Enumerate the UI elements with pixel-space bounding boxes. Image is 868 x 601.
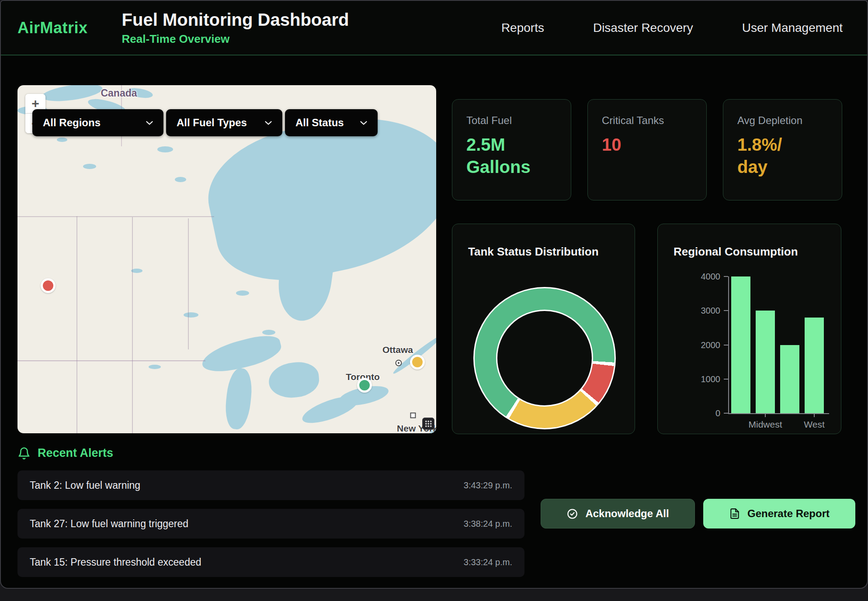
tank-status-donut-chart[interactable] xyxy=(473,287,616,429)
bar[interactable] xyxy=(756,311,775,413)
water-shape xyxy=(57,138,67,142)
nav-item-reports[interactable]: Reports xyxy=(501,21,544,35)
y-axis-tick-label: 1000 xyxy=(681,374,720,384)
drag-dots-icon xyxy=(425,420,432,427)
alerts-header: Recent Alerts xyxy=(17,446,524,460)
fuel-type-filter-value: All Fuel Types xyxy=(177,117,247,129)
acknowledge-all-button[interactable]: Acknowledge All xyxy=(541,499,695,528)
bar[interactable] xyxy=(780,345,799,414)
region-filter-dropdown[interactable]: All Regions xyxy=(32,109,163,136)
tank-marker-normal[interactable] xyxy=(357,378,372,393)
stat-card: Critical Tanks10 xyxy=(587,99,707,200)
bar[interactable] xyxy=(731,276,750,413)
alerts-title: Recent Alerts xyxy=(38,446,113,460)
y-axis-tick-label: 0 xyxy=(681,408,720,418)
border-line xyxy=(17,216,214,217)
ottawa-city-dot-icon xyxy=(396,360,402,366)
border-line xyxy=(17,360,205,361)
generate-report-label: Generate Report xyxy=(747,508,830,520)
stat-card: Avg Depletion1.8%/day xyxy=(723,99,842,200)
stat-card: Total Fuel2.5MGallons xyxy=(452,99,571,200)
water-lake-huron xyxy=(267,360,321,400)
chart-title: Tank Status Distribution xyxy=(468,245,599,259)
stat-value: 2.5MGallons xyxy=(466,134,557,178)
page-subtitle: Real-Time Overview xyxy=(122,32,349,46)
fuel-type-filter-dropdown[interactable]: All Fuel Types xyxy=(166,109,282,136)
map-filters: All Regions All Fuel Types All Status xyxy=(32,109,378,136)
stat-value-line: Gallons xyxy=(466,156,557,178)
chevron-down-icon xyxy=(146,121,153,125)
tank-marker-warning[interactable] xyxy=(410,355,425,370)
alert-timestamp: 3:38:24 p.m. xyxy=(464,519,512,529)
generate-report-button[interactable]: Generate Report xyxy=(703,499,855,528)
y-axis-tick-label: 2000 xyxy=(681,340,720,350)
bell-icon xyxy=(17,447,31,460)
header: AirMatrix Fuel Monitoring Dashboard Real… xyxy=(1,1,867,55)
water-shape xyxy=(184,312,198,318)
water-shape xyxy=(236,290,249,296)
alert-row[interactable]: Tank 15: Pressure threshold exceeded3:33… xyxy=(17,547,524,577)
tank-marker-critical[interactable] xyxy=(41,278,56,293)
water-shape xyxy=(157,146,173,152)
stat-label: Total Fuel xyxy=(466,114,557,127)
main-nav: ReportsDisaster RecoveryUser Management xyxy=(501,21,843,35)
stat-value-line: 2.5M xyxy=(466,134,557,156)
border-line xyxy=(132,217,133,433)
alert-message: Tank 27: Low fuel warning triggered xyxy=(30,518,188,530)
x-axis-tick-mark xyxy=(765,413,766,417)
water-shape xyxy=(175,177,186,182)
y-axis-tick-mark xyxy=(724,345,728,345)
stat-value-line: 10 xyxy=(602,134,692,156)
nav-item-user-management[interactable]: User Management xyxy=(742,21,843,35)
check-circle-icon xyxy=(566,508,578,520)
map-label-canada: Canada xyxy=(101,87,137,99)
stat-value-line: 1.8%/ xyxy=(737,134,828,156)
regional-consumption-bar-chart[interactable]: 01000200030004000MidwestWest xyxy=(728,276,829,414)
acknowledge-all-label: Acknowledge All xyxy=(585,508,669,520)
y-axis-tick-mark xyxy=(724,379,728,380)
x-axis-tick-mark xyxy=(814,413,815,417)
stat-value: 1.8%/day xyxy=(737,134,828,178)
alerts-list: Tank 2: Low fuel warning3:43:29 p.m.Tank… xyxy=(17,470,524,577)
status-filter-dropdown[interactable]: All Status xyxy=(285,109,378,136)
map-label-ottawa: Ottawa xyxy=(382,345,413,355)
bar[interactable] xyxy=(805,318,824,413)
status-filter-value: All Status xyxy=(295,117,344,129)
region-filter-value: All Regions xyxy=(43,117,101,129)
chevron-down-icon xyxy=(360,121,367,125)
alert-message: Tank 2: Low fuel warning xyxy=(30,480,140,491)
alert-row[interactable]: Tank 27: Low fuel warning triggered3:38:… xyxy=(17,509,524,539)
y-axis-tick-label: 3000 xyxy=(681,306,720,316)
stats-grid: Total Fuel2.5MGallonsCritical Tanks10Avg… xyxy=(452,99,842,200)
border-line xyxy=(76,216,77,433)
y-axis-tick-label: 4000 xyxy=(681,272,720,282)
new-york-city-square-icon xyxy=(410,413,416,418)
donut-hole xyxy=(496,310,593,407)
brand-logo[interactable]: AirMatrix xyxy=(17,19,88,37)
water-shape xyxy=(83,164,96,169)
app-window: AirMatrix Fuel Monitoring Dashboard Real… xyxy=(0,0,868,589)
stat-value-line: day xyxy=(737,156,828,178)
page-title: Fuel Monitoring Dashboard xyxy=(122,10,349,30)
chevron-down-icon xyxy=(265,121,272,125)
nav-item-disaster-recovery[interactable]: Disaster Recovery xyxy=(593,21,693,35)
chart-title: Regional Consumption xyxy=(674,245,798,259)
y-axis-tick-mark xyxy=(724,310,728,311)
x-axis-tick-label: West xyxy=(784,419,845,430)
alert-message: Tank 15: Pressure threshold exceeded xyxy=(30,556,201,568)
alert-timestamp: 3:33:24 p.m. xyxy=(464,557,512,567)
alert-timestamp: 3:43:29 p.m. xyxy=(464,480,512,490)
stat-value: 10 xyxy=(602,134,692,156)
regional-consumption-card: Regional Consumption 01000200030004000Mi… xyxy=(657,224,841,434)
map-panel[interactable]: Canada Ottawa Toronto New York + − All R… xyxy=(17,85,436,433)
title-block: Fuel Monitoring Dashboard Real-Time Over… xyxy=(122,10,349,46)
stat-label: Avg Depletion xyxy=(737,114,828,127)
alert-row[interactable]: Tank 2: Low fuel warning3:43:29 p.m. xyxy=(17,470,524,500)
stat-label: Critical Tanks xyxy=(602,114,692,127)
tank-status-card: Tank Status Distribution xyxy=(452,224,635,434)
map-resize-handle[interactable] xyxy=(422,418,434,430)
water-shape xyxy=(262,330,275,335)
recent-alerts-section: Recent Alerts Tank 2: Low fuel warning3:… xyxy=(17,446,524,586)
y-axis-tick-mark xyxy=(724,276,728,277)
y-axis-tick-mark xyxy=(724,413,728,414)
